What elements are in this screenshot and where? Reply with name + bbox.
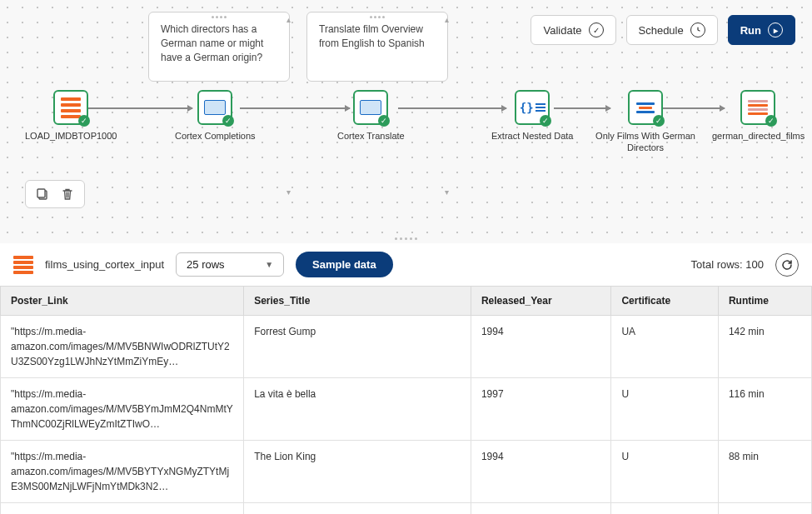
output-icon: ✓ bbox=[740, 90, 775, 125]
data-panel-header: films_using_cortex_input 25 rows ▼ Sampl… bbox=[0, 243, 812, 286]
table-row[interactable]: "https://m.media-amazon.com/images/M/MV5… bbox=[1, 503, 812, 515]
table-row[interactable]: "https://m.media-amazon.com/images/M/MV5… bbox=[1, 316, 812, 378]
table-cell: "https://m.media-amazon.com/images/M/MV5… bbox=[1, 503, 244, 515]
edge bbox=[240, 107, 350, 109]
table-cell: Back to the Future bbox=[244, 503, 471, 515]
play-icon: ▸ bbox=[768, 22, 783, 37]
scroll-hint-icon: ▾ bbox=[286, 187, 291, 197]
node-label: Extract Nested Data bbox=[491, 130, 573, 142]
filter-icon: ✓ bbox=[628, 90, 663, 125]
json-icon: {} ✓ bbox=[515, 90, 550, 125]
clock-icon bbox=[690, 22, 705, 37]
data-panel-title: films_using_cortex_input bbox=[45, 258, 164, 271]
column-header[interactable]: Released_Year bbox=[471, 287, 610, 316]
table-cell: U bbox=[611, 441, 719, 503]
column-header[interactable]: Poster_Link bbox=[1, 287, 244, 316]
table-row[interactable]: "https://m.media-amazon.com/images/M/MV5… bbox=[1, 378, 812, 441]
node-german-directed-films[interactable]: ✓ german_directed_films bbox=[712, 90, 804, 142]
canvas-edit-toolbar bbox=[25, 180, 85, 208]
node-cortex-translate[interactable]: ✓ Cortex Translate bbox=[337, 90, 405, 142]
node-label: german_directed_films bbox=[712, 130, 804, 142]
annotation-text: Translate film Overview from English to … bbox=[319, 23, 425, 49]
node-only-german-directors[interactable]: ✓ Only Films With German Directors bbox=[595, 90, 695, 154]
column-header[interactable]: Series_Title bbox=[244, 287, 471, 316]
copy-button[interactable] bbox=[34, 186, 51, 202]
refresh-button[interactable] bbox=[775, 253, 799, 277]
table-header-row: Poster_Link Series_Title Released_Year C… bbox=[1, 287, 812, 316]
table-cell: 1985 bbox=[471, 503, 610, 515]
refresh-icon bbox=[781, 259, 793, 271]
node-label: LOAD_IMDBTOP1000 bbox=[25, 130, 117, 142]
table-cell: "https://m.media-amazon.com/images/M/MV5… bbox=[1, 316, 244, 378]
cortex-icon: ✓ bbox=[353, 90, 388, 125]
cortex-icon: ✓ bbox=[197, 90, 232, 125]
validate-label: Validate bbox=[543, 24, 581, 37]
table-cell: 1997 bbox=[471, 378, 610, 441]
chevron-down-icon: ▼ bbox=[265, 260, 273, 269]
table-cell: 116 min bbox=[718, 503, 811, 515]
validate-button[interactable]: Validate ✓ bbox=[531, 15, 615, 45]
data-table-wrap[interactable]: Poster_Link Series_Title Released_Year C… bbox=[0, 286, 812, 514]
node-load-imdbtop1000[interactable]: ✓ LOAD_IMDBTOP1000 bbox=[25, 90, 117, 142]
table-icon bbox=[13, 256, 33, 274]
sample-data-button[interactable]: Sample data bbox=[296, 252, 393, 277]
table-cell: La vita è bella bbox=[244, 378, 471, 441]
table-cell: 88 min bbox=[718, 441, 811, 503]
node-label: Cortex Translate bbox=[337, 130, 405, 142]
table-row[interactable]: "https://m.media-amazon.com/images/M/MV5… bbox=[1, 441, 812, 503]
rows-selector-value: 25 rows bbox=[187, 258, 225, 271]
node-label: Only Films With German Directors bbox=[595, 130, 695, 154]
column-header[interactable]: Certificate bbox=[611, 287, 719, 316]
check-icon: ✓ bbox=[589, 22, 604, 37]
table-cell: "https://m.media-amazon.com/images/M/MV5… bbox=[1, 378, 244, 441]
canvas-toolbar: Validate ✓ Schedule Run ▸ bbox=[531, 15, 795, 45]
table-cell: 116 min bbox=[718, 378, 811, 441]
table-cell: 1994 bbox=[471, 441, 610, 503]
annotation-cortex-completions[interactable]: Which directors has a German name or mig… bbox=[148, 12, 290, 82]
scroll-hint-icon: ▾ bbox=[445, 187, 449, 197]
edge bbox=[398, 107, 506, 109]
table-cell: U bbox=[611, 503, 719, 515]
table-cell: 1994 bbox=[471, 316, 610, 378]
rows-selector[interactable]: 25 rows ▼ bbox=[176, 252, 284, 277]
node-cortex-completions[interactable]: ✓ Cortex Completions bbox=[175, 90, 256, 142]
table-cell: UA bbox=[611, 316, 719, 378]
load-icon: ✓ bbox=[53, 90, 88, 125]
column-header[interactable]: Runtime bbox=[718, 287, 811, 316]
total-rows-label: Total rows: 100 bbox=[691, 258, 764, 271]
table-cell: 142 min bbox=[718, 316, 811, 378]
panel-resize-handle[interactable] bbox=[0, 233, 812, 243]
run-button[interactable]: Run ▸ bbox=[728, 15, 795, 45]
schedule-button[interactable]: Schedule bbox=[626, 15, 718, 45]
run-label: Run bbox=[740, 24, 761, 37]
pipeline-canvas[interactable]: Validate ✓ Schedule Run ▸ Which director… bbox=[0, 0, 812, 233]
table-cell: Forrest Gump bbox=[244, 316, 471, 378]
scroll-hint-icon: ▴ bbox=[286, 15, 291, 24]
scroll-hint-icon: ▴ bbox=[445, 15, 449, 24]
annotation-cortex-translate[interactable]: Translate film Overview from English to … bbox=[306, 12, 448, 82]
annotation-text: Which directors has a German name or mig… bbox=[161, 23, 263, 63]
node-extract-nested-data[interactable]: {} ✓ Extract Nested Data bbox=[491, 90, 573, 142]
table-cell: The Lion King bbox=[244, 441, 471, 503]
node-label: Cortex Completions bbox=[175, 130, 256, 142]
data-table: Poster_Link Series_Title Released_Year C… bbox=[0, 286, 812, 514]
table-cell: U bbox=[611, 378, 719, 441]
table-cell: "https://m.media-amazon.com/images/M/MV5… bbox=[1, 441, 244, 503]
delete-button[interactable] bbox=[59, 186, 76, 202]
svg-rect-1 bbox=[37, 189, 45, 197]
schedule-label: Schedule bbox=[639, 24, 684, 37]
